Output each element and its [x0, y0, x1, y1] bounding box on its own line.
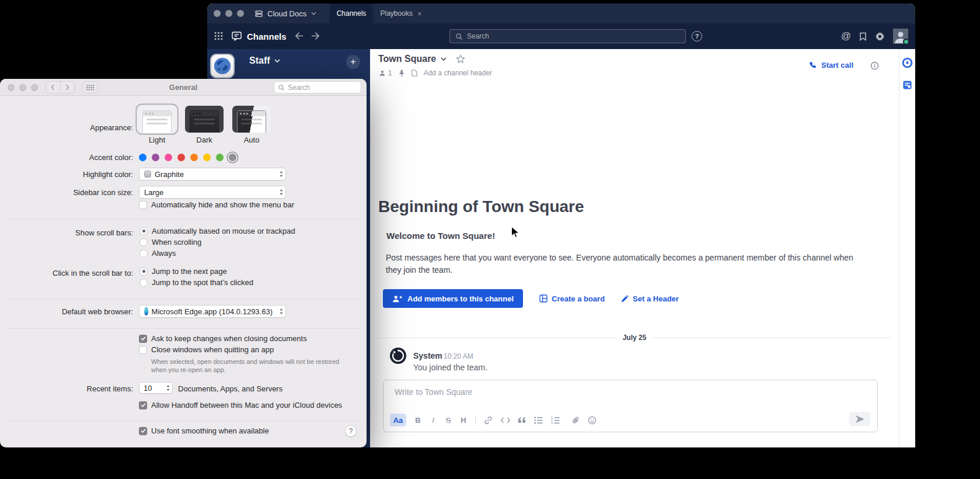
team-name-menu[interactable]: Staff: [249, 55, 280, 66]
code-icon[interactable]: [501, 417, 510, 424]
team-icon-staff[interactable]: [211, 55, 233, 77]
scroll-click-spot-row: Jump to the spot that’s clicked: [139, 278, 253, 287]
tab-playbooks[interactable]: Playbooks ×: [375, 4, 427, 23]
help-icon[interactable]: ?: [692, 31, 702, 41]
section-divider: [8, 328, 359, 329]
create-board-button[interactable]: Create a board: [539, 294, 605, 303]
handoff-checkbox[interactable]: [139, 401, 147, 409]
send-button[interactable]: [849, 412, 870, 426]
scroll-click-next-page-radio[interactable]: [139, 268, 148, 276]
settings-gear-icon[interactable]: [875, 32, 885, 41]
bold-button[interactable]: B: [414, 416, 421, 425]
forward-button[interactable]: [61, 82, 75, 93]
playbooks-app-icon[interactable]: [902, 80, 912, 90]
message-composer[interactable]: Write to Town Square Aa B I S H 123: [383, 380, 878, 432]
forward-button[interactable]: [311, 32, 320, 40]
start-call-button[interactable]: Start call: [809, 61, 853, 70]
header-tools: @: [841, 23, 908, 49]
chevron-down-icon[interactable]: [441, 57, 447, 61]
appearance-light-label: Light: [138, 136, 176, 144]
highlight-color-label: Highlight color:: [0, 170, 133, 179]
tab-channels[interactable]: Channels: [330, 4, 373, 23]
recent-items-popup[interactable]: 10: [139, 382, 173, 394]
accent-swatch-orange[interactable]: [190, 154, 198, 161]
close-windows-checkbox[interactable]: [139, 346, 147, 354]
accent-swatch-purple[interactable]: [152, 154, 159, 161]
bullet-list-icon[interactable]: [534, 416, 543, 424]
favorite-star-icon[interactable]: [456, 54, 465, 64]
emoji-icon[interactable]: [588, 416, 597, 425]
file-icon[interactable]: [411, 70, 417, 77]
mentions-icon[interactable]: @: [841, 30, 851, 42]
date-label[interactable]: July 25: [617, 334, 653, 342]
accent-swatch-red[interactable]: [177, 154, 185, 161]
saved-posts-icon[interactable]: [859, 32, 867, 41]
font-smoothing-checkbox[interactable]: [139, 427, 147, 435]
close-tab-icon[interactable]: ×: [417, 9, 422, 18]
help-button[interactable]: ?: [345, 425, 357, 437]
default-browser-popup[interactable]: Microsoft Edge.app (104.0.1293.63): [139, 305, 286, 318]
formatting-toggle-button[interactable]: Aa: [390, 414, 406, 426]
set-header-button[interactable]: Set a Header: [621, 294, 679, 303]
board-icon: [539, 294, 547, 303]
accent-swatch-graphite-selected[interactable]: [229, 154, 236, 161]
add-channel-button[interactable]: +: [346, 55, 360, 69]
show-all-grid-icon[interactable]: [82, 81, 98, 93]
accent-swatch-yellow[interactable]: [203, 154, 211, 161]
scrollbars-auto-label: Automatically based on mouse or trackpad: [152, 227, 295, 235]
font-smoothing-label: Use font smoothing when available: [151, 426, 269, 435]
ask-keep-changes-checkbox[interactable]: [139, 335, 147, 343]
link-icon[interactable]: [484, 416, 493, 425]
back-button[interactable]: [295, 32, 304, 40]
attachment-icon[interactable]: [572, 416, 580, 425]
prefs-search-field[interactable]: [274, 81, 361, 93]
close-window-button[interactable]: [214, 10, 221, 17]
members-button[interactable]: 1: [379, 69, 392, 77]
minimize-window-button[interactable]: [225, 10, 232, 17]
add-members-button[interactable]: Add members to this channel: [383, 289, 523, 308]
ask-keep-changes-row: Ask to keep changes when closing documen…: [139, 334, 307, 343]
titlebar: Cloud Docs Channels Playbooks ×: [207, 4, 915, 23]
menubar-autohide-checkbox[interactable]: [139, 201, 147, 209]
date-divider: July 25: [378, 338, 891, 338]
sidebar-icon-size-popup[interactable]: Large: [139, 186, 286, 199]
accent-swatch-blue[interactable]: [139, 154, 147, 161]
appearance-option-auto[interactable]: [232, 106, 271, 133]
appearance-option-light[interactable]: [138, 106, 176, 133]
channel-view: Town Square 1 Add a channel header Start…: [370, 49, 899, 447]
default-browser-value: Microsoft Edge.app (104.0.1293.63): [152, 307, 273, 316]
channel-name[interactable]: Town Square: [378, 54, 436, 64]
scrollbars-auto-radio[interactable]: [139, 227, 148, 235]
ordered-list-icon[interactable]: 123: [551, 416, 560, 424]
server-dropdown[interactable]: Cloud Docs: [255, 4, 316, 23]
strikethrough-button[interactable]: S: [445, 416, 452, 425]
scroll-click-spot-radio[interactable]: [139, 279, 148, 287]
appearance-option-dark[interactable]: [185, 106, 224, 133]
add-channel-header-button[interactable]: Add a channel header: [424, 69, 492, 77]
zoom-window-button[interactable]: [237, 10, 244, 17]
window-controls[interactable]: [214, 10, 244, 17]
pin-icon[interactable]: [399, 70, 405, 77]
channel-info-icon[interactable]: [870, 61, 879, 70]
message-author[interactable]: System: [413, 351, 442, 360]
scrollbars-when-scrolling-radio[interactable]: [139, 238, 148, 247]
appearance-label: Appearance:: [0, 123, 133, 132]
heading-button[interactable]: H: [460, 416, 467, 425]
italic-button[interactable]: I: [430, 416, 437, 425]
appearance-dark-label: Dark: [185, 136, 224, 144]
boards-app-icon[interactable]: [902, 57, 913, 68]
apps-grid-icon[interactable]: [214, 32, 223, 40]
channels-product-icon: [232, 32, 242, 41]
user-avatar[interactable]: [893, 29, 908, 44]
highlight-color-popup[interactable]: Graphite: [139, 168, 286, 181]
product-switcher[interactable]: Channels: [232, 23, 287, 49]
quote-icon[interactable]: [518, 417, 526, 423]
accent-swatch-green[interactable]: [216, 154, 224, 161]
search-input[interactable]: Search: [449, 29, 686, 43]
accent-swatch-pink[interactable]: [165, 154, 172, 161]
scrollbars-always-radio[interactable]: [139, 249, 148, 258]
chevron-down-icon: [274, 59, 280, 63]
search-input[interactable]: [288, 84, 352, 92]
back-button[interactable]: [46, 82, 61, 93]
channel-intro-actions: Add members to this channel Create a boa…: [383, 289, 679, 308]
